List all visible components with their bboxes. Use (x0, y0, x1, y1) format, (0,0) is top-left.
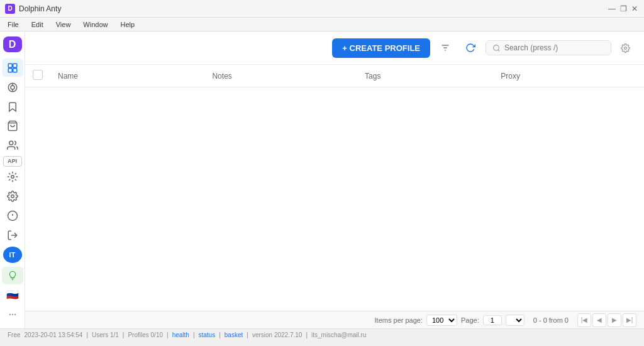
menu-file[interactable]: File (5, 20, 21, 30)
page-input[interactable] (483, 315, 502, 325)
sidebar-logo: D (3, 36, 22, 52)
profiles-table: Name Notes Tags Proxy (25, 65, 644, 308)
user-avatar[interactable]: IT (3, 247, 22, 262)
footer-status-link[interactable]: status (199, 332, 216, 338)
menu-help[interactable]: Help (118, 20, 137, 30)
svg-line-23 (498, 50, 499, 51)
menu-bar: File Edit View Window Help (0, 18, 644, 31)
title-bar: D Dolphin Anty — ❐ ✕ (0, 0, 644, 18)
select-all-checkbox[interactable] (33, 70, 43, 80)
search-input[interactable] (504, 43, 604, 52)
pagination-nav: |◀ ◀ ▶ ▶| (577, 313, 636, 327)
sidebar: D API I (0, 31, 25, 328)
sidebar-item-settings[interactable] (2, 187, 23, 206)
menu-edit[interactable]: Edit (29, 20, 46, 30)
footer-separator-3: | (167, 332, 169, 338)
menu-view[interactable]: View (53, 20, 74, 30)
footer-users: Users 1/1 (92, 332, 119, 338)
first-page-button[interactable]: |◀ (577, 313, 591, 327)
svg-point-16 (9, 313, 10, 315)
title-bar-left: D Dolphin Anty (5, 4, 61, 14)
col-notes: Notes (204, 65, 357, 87)
footer-separator-5: | (219, 332, 221, 338)
col-proxy: Proxy (493, 65, 644, 87)
sidebar-item-bookmarks[interactable] (2, 98, 23, 116)
menu-window[interactable]: Window (80, 20, 110, 30)
app-title: Dolphin Anty (19, 4, 61, 13)
maximize-button[interactable]: ❐ (619, 4, 628, 13)
sidebar-item-team[interactable] (2, 137, 23, 155)
table-body (25, 87, 644, 308)
table-container: Name Notes Tags Proxy (25, 65, 644, 311)
pagination-section: Items per page: 100 50 25 Page: ▼ 0 - 0 … (375, 313, 636, 327)
svg-rect-3 (13, 69, 16, 72)
next-page-button[interactable]: ▶ (608, 313, 621, 327)
prev-page-button[interactable]: ◀ (592, 313, 606, 327)
search-icon (492, 44, 501, 52)
sidebar-bulb[interactable] (2, 267, 23, 285)
footer-email: its_mischa@mail.ru (311, 332, 366, 338)
footer-health-link[interactable]: health (172, 332, 189, 338)
search-box (486, 40, 611, 55)
page-label: Page: (461, 316, 479, 324)
main-content: + CREATE PROFILE (25, 31, 644, 328)
items-per-page-select[interactable]: 100 50 25 (426, 315, 457, 326)
sidebar-item-logout[interactable] (2, 226, 23, 244)
pagination-bar: Items per page: 100 50 25 Page: ▼ 0 - 0 … (25, 311, 644, 328)
svg-point-18 (14, 313, 15, 315)
app-icon: D (8, 5, 12, 12)
svg-point-24 (624, 47, 626, 49)
sidebar-item-api[interactable]: API (3, 156, 22, 167)
col-checkbox (25, 65, 50, 87)
footer-basket-link[interactable]: basket (225, 332, 243, 338)
col-name: Name (50, 65, 204, 87)
footer-separator-1: | (86, 332, 88, 338)
sidebar-item-billing[interactable] (2, 207, 23, 225)
sidebar-flag[interactable]: 🇷🇺 (2, 286, 23, 304)
status-footer: Free 2023-20-01 13:54:54 | Users 1/1 | P… (0, 328, 644, 341)
count-text: 0 - 0 from 0 (533, 316, 569, 324)
filter-button[interactable] (435, 38, 455, 58)
footer-separator-4: | (193, 332, 195, 338)
svg-point-5 (11, 86, 14, 89)
close-button[interactable]: ✕ (630, 4, 639, 13)
svg-rect-0 (8, 64, 12, 67)
page-select[interactable]: ▼ (506, 315, 525, 326)
footer-version: version 2022.7.10 (252, 332, 303, 338)
svg-point-11 (11, 195, 14, 198)
svg-rect-1 (13, 64, 16, 67)
create-profile-button[interactable]: + CREATE PROFILE (332, 38, 430, 58)
svg-point-17 (11, 313, 13, 315)
refresh-button[interactable] (460, 38, 480, 58)
minimize-button[interactable]: — (608, 4, 616, 13)
footer-free: Free (8, 332, 21, 338)
last-page-button[interactable]: ▶| (623, 313, 636, 327)
window-controls: — ❐ ✕ (608, 4, 639, 13)
app-body: D API I (0, 31, 644, 328)
sidebar-item-profiles[interactable] (2, 59, 23, 77)
sidebar-item-shop[interactable] (2, 117, 23, 135)
footer-separator-2: | (123, 332, 125, 338)
table-settings-button[interactable] (616, 39, 634, 57)
sidebar-more[interactable] (2, 305, 23, 323)
col-tags: Tags (357, 65, 493, 87)
footer-profiles: Profiles 0/10 (128, 332, 163, 338)
svg-point-22 (494, 45, 499, 50)
svg-rect-2 (8, 69, 12, 72)
svg-point-9 (9, 141, 13, 145)
footer-datetime: 2023-20-01 13:54:54 (25, 332, 83, 338)
sidebar-item-extensions[interactable] (2, 78, 23, 96)
svg-point-10 (11, 176, 14, 179)
toolbar: + CREATE PROFILE (25, 31, 644, 65)
footer-separator-7: | (306, 332, 308, 338)
footer-separator-6: | (247, 332, 248, 338)
sidebar-item-proxy[interactable] (2, 168, 23, 186)
items-per-page-label: Items per page: (375, 316, 423, 324)
